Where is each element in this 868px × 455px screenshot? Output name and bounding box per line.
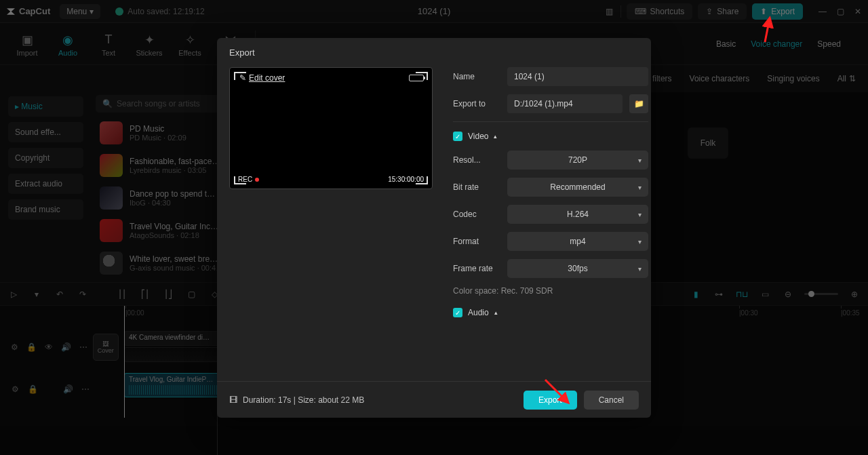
framerate-select[interactable]: 30fps	[507, 259, 648, 278]
record-dot-icon	[255, 178, 259, 182]
format-label: Format	[453, 237, 500, 246]
browse-folder-button[interactable]: 📁	[629, 94, 648, 113]
chevron-up-icon: ▴	[494, 309, 498, 316]
framerate-label: Frame rate	[453, 264, 500, 273]
export-preview: ✎Edit cover REC 15:30:00:00	[229, 67, 433, 373]
checkbox-icon[interactable]: ✓	[453, 308, 462, 317]
export-to-label: Export to	[453, 99, 500, 108]
preview-frame: ✎Edit cover REC 15:30:00:00	[229, 67, 433, 189]
pencil-icon: ✎	[239, 73, 246, 83]
export-info: 🎞 Duration: 17s | Size: about 22 MB	[229, 395, 364, 405]
video-section-header[interactable]: ✓ Video ▴	[453, 132, 648, 141]
colorspace-note: Color space: Rec. 709 SDR	[453, 286, 648, 296]
name-label: Name	[453, 72, 500, 81]
battery-icon	[409, 75, 424, 81]
rec-indicator: REC	[238, 176, 259, 183]
export-path-input[interactable]	[507, 94, 623, 113]
film-icon: 🎞	[229, 395, 237, 405]
codec-label: Codec	[453, 210, 500, 219]
name-input[interactable]	[507, 67, 648, 86]
codec-select[interactable]: H.264	[507, 205, 648, 224]
bitrate-select[interactable]: Recommended	[507, 178, 648, 197]
export-modal: Export ✎Edit cover REC 15:30:00:00 Name	[217, 38, 651, 418]
preview-timecode: 15:30:00:00	[388, 176, 424, 183]
export-form: Name Export to 📁 ✓ Video ▴ Resol...720P …	[453, 67, 654, 373]
modal-title: Export	[217, 38, 651, 67]
chevron-up-icon: ▴	[494, 133, 497, 140]
resolution-select[interactable]: 720P	[507, 151, 648, 170]
format-select[interactable]: mp4	[507, 232, 648, 251]
folder-icon: 📁	[634, 99, 644, 108]
modal-footer: 🎞 Duration: 17s | Size: about 22 MB Expo…	[217, 381, 651, 418]
resolution-label: Resol...	[453, 155, 500, 165]
cancel-button[interactable]: Cancel	[584, 391, 639, 410]
checkbox-icon[interactable]: ✓	[453, 132, 462, 141]
bitrate-label: Bit rate	[453, 182, 500, 192]
audio-section-header[interactable]: ✓ Audio ▴	[453, 308, 648, 317]
export-confirm-button[interactable]: Export	[524, 391, 577, 410]
divider	[453, 121, 648, 122]
edit-cover-button[interactable]: ✎Edit cover	[239, 73, 285, 83]
